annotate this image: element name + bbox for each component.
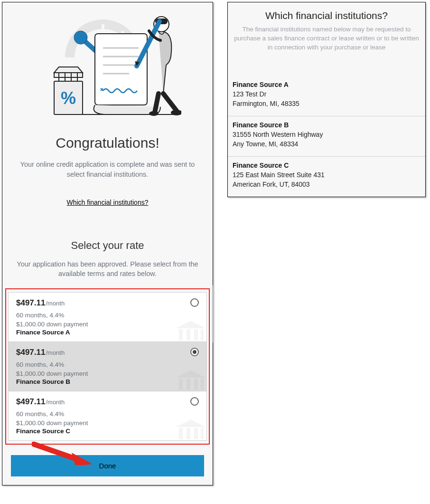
offer-per: /month [46,399,65,406]
rate-offer[interactable]: $497.11/month 60 months, 4.4% $1,000.00 … [9,391,206,440]
offer-price: $497.11 [16,298,45,307]
institution-name: Finance Source A [233,81,421,88]
institution-name: Finance Source B [233,121,421,129]
institution-address-1: 31555 North Western Highway [233,131,421,138]
svg-rect-5 [95,34,147,105]
svg-rect-32 [179,379,183,390]
offer-source: Finance Source A [16,329,199,336]
rate-offer[interactable]: $497.11/month 60 months, 4.4% $1,000.00 … [9,293,206,342]
institution-address-2: Any Towne, MI, 48334 [233,140,421,148]
institution-item: Finance Source B 31555 North Western Hig… [228,116,425,157]
svg-rect-35 [201,379,204,390]
offer-source: Finance Source C [16,428,199,435]
bank-icon [174,418,206,440]
select-rate-title: Select your rate [2,239,213,252]
svg-rect-39 [187,428,190,439]
svg-rect-27 [187,329,190,341]
which-institutions-link[interactable]: Which financial institutions? [2,199,213,206]
institution-address-2: Farmington, MI, 48335 [233,100,421,107]
svg-text:%: % [60,88,75,108]
select-rate-subtitle: Your application has been approved. Plea… [14,259,201,279]
offer-source: Finance Source B [16,378,199,385]
offer-terms: 60 months, 4.4% [16,410,199,418]
svg-marker-11 [54,67,83,73]
scrollbar[interactable] [212,285,214,342]
svg-rect-26 [179,329,183,341]
svg-point-4 [74,31,87,44]
institutions-panel: Which financial institutions? The financ… [227,2,426,197]
svg-marker-36 [176,419,206,427]
svg-rect-38 [179,428,183,439]
svg-rect-34 [194,379,198,390]
institutions-title: Which financial institutions? [228,10,425,21]
svg-marker-24 [176,321,206,328]
svg-rect-33 [187,379,190,390]
offers-highlight-box: $497.11/month 60 months, 4.4% $1,000.00 … [5,288,210,445]
rate-offer[interactable]: $497.11/month 60 months, 4.4% $1,000.00 … [9,342,206,391]
svg-rect-41 [201,428,204,439]
offer-down: $1,000.00 down payment [16,419,199,427]
rate-offer-list: $497.11/month 60 months, 4.4% $1,000.00 … [8,292,207,441]
congrats-title: Congratulations! [2,135,213,151]
svg-rect-40 [194,428,198,439]
offer-radio[interactable] [190,298,199,307]
institution-name: Finance Source C [233,162,421,169]
offer-per: /month [46,300,65,307]
svg-rect-29 [201,329,204,341]
institution-item: Finance Source C 125 East Main Street Su… [228,157,425,191]
offer-per: /month [46,349,65,356]
offer-terms: 60 months, 4.4% [16,312,199,319]
bank-icon [174,369,206,391]
institution-address-2: American Fork, UT, 84003 [233,181,421,188]
institution-address-1: 125 East Main Street Suite 431 [233,171,421,179]
institutions-subtitle: The financial institutions named below m… [233,25,421,52]
congrats-subtitle: Your online credit application is comple… [12,160,203,180]
offer-terms: 60 months, 4.4% [16,361,199,368]
offer-down: $1,000.00 down payment [16,321,199,328]
offer-price: $497.11 [16,348,45,357]
offer-price: $497.11 [16,397,45,406]
svg-point-21 [149,111,159,116]
svg-rect-28 [194,329,198,341]
offer-radio[interactable] [190,348,199,356]
congrats-illustration: % [34,10,181,117]
offer-down: $1,000.00 down payment [16,370,199,377]
bank-icon [174,320,206,342]
offer-radio[interactable] [190,397,199,406]
done-button[interactable]: Done [11,455,204,476]
institution-address-1: 123 Test Dr [233,90,421,98]
svg-marker-30 [176,370,206,378]
application-complete-panel: % Congratulations! Your online credit ap… [2,2,213,485]
institution-item: Finance Source A 123 Test Dr Farmington,… [228,76,425,116]
